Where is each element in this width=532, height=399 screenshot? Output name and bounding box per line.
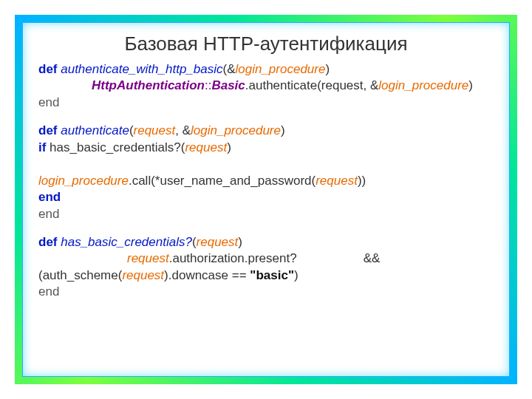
variable: login_procedure [38, 174, 129, 188]
argument: login_procedure [191, 123, 281, 137]
keyword-def: def [38, 62, 58, 76]
slide-title: Базовая HTTP-аутентификация [38, 33, 494, 55]
keyword-if: if [38, 140, 46, 154]
method-name: has_basic_credentials? [61, 235, 192, 249]
argument: login_procedure [236, 62, 326, 76]
argument: request [316, 174, 358, 188]
argument: request [122, 268, 164, 282]
keyword-end: end [38, 190, 61, 204]
code-block-1: def authenticate_with_http_basic(&login_… [38, 61, 494, 111]
class-name: HttpAuthentication [92, 78, 205, 92]
keyword-end: end [38, 207, 59, 221]
argument: request [134, 123, 176, 137]
variable: request [127, 251, 169, 265]
keyword-end: end [38, 284, 59, 299]
keyword-end: end [38, 95, 59, 109]
argument: login_procedure [378, 78, 468, 92]
class-name: Basic [211, 78, 245, 92]
argument: request [185, 140, 227, 154]
argument: request [197, 235, 239, 249]
method-name: authenticate_with_http_basic [61, 62, 222, 76]
code-block-3: def has_basic_credentials?(request) requ… [38, 234, 494, 301]
keyword-def: def [38, 235, 58, 249]
method-name: authenticate [61, 123, 129, 137]
keyword-def: def [38, 123, 58, 137]
string-literal: "basic" [250, 268, 294, 282]
slide-frame: Базовая HTTP-аутентификация def authenti… [15, 15, 517, 384]
code-block-2: def authenticate(request, &login_procedu… [38, 123, 494, 222]
